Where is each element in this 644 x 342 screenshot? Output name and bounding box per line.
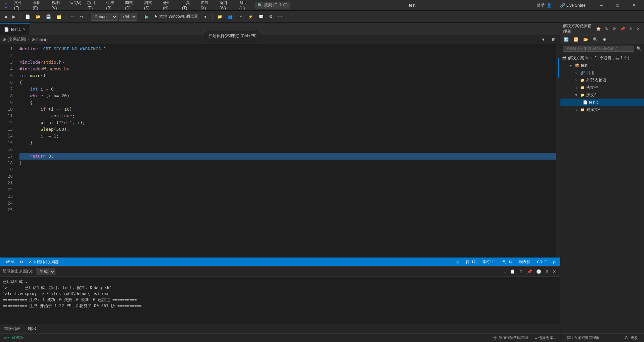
menu-test[interactable]: 测试(S) <box>141 0 159 12</box>
toolbar-save-all[interactable]: 🗂️ <box>54 13 63 20</box>
toolbar-back[interactable]: ◀ <box>2 13 9 20</box>
tab-output[interactable]: 输出 <box>24 325 40 334</box>
se-refresh-btn[interactable]: ↻ <box>604 26 610 32</box>
se-footer-tab-2[interactable]: Git 更改 <box>622 334 641 342</box>
status-scroll-right: ▷ <box>552 260 557 264</box>
se-btn-1[interactable]: 🔙 <box>562 36 571 43</box>
toolbar-undo[interactable]: ↩ <box>69 13 77 20</box>
output-line-3: ========== 生成: 1 成功，0 失败，0 最新，0 已跳过 ====… <box>3 297 557 303</box>
se-headers-item[interactable]: ▷ 📁 头文件 <box>560 84 644 91</box>
se-testc-expand <box>579 100 582 105</box>
menu-extensions[interactable]: 扩展(X) <box>198 0 216 12</box>
menu-window[interactable]: 窗口(W) <box>217 0 236 12</box>
se-ref-item[interactable]: ▷ 🔗 引用 <box>560 69 644 76</box>
platform-select[interactable]: x64 x86 <box>119 13 137 21</box>
status-settings-icon[interactable]: ⚙ <box>18 260 25 264</box>
code-editor[interactable]: #define _CRT_SECURE_NO_WARNINGS 1 #inclu… <box>17 44 556 258</box>
login-area[interactable]: 登录 👤 <box>534 2 554 8</box>
breadcrumb-function[interactable]: ⊕ main() <box>32 37 48 42</box>
editor-split-btn[interactable]: ⊞ <box>550 36 557 43</box>
toolbar-solution-explorer[interactable]: 📁 <box>215 13 224 20</box>
se-search-icon[interactable]: 🔍 <box>636 46 641 51</box>
maximize-button[interactable]: □ <box>610 0 625 11</box>
toolbar-settings[interactable]: ⚙ <box>267 13 275 20</box>
select-repo-btn[interactable]: ≡ 选择仓库... <box>534 335 557 340</box>
se-footer-tab-1[interactable]: 解决方案资源管理器 <box>563 334 603 342</box>
toolbar-redo[interactable]: ↪ <box>78 13 85 20</box>
se-btn-4[interactable]: 🔍 <box>591 36 600 43</box>
menu-debug[interactable]: 调试(D) <box>122 0 141 12</box>
menu-view[interactable]: 视图(V) <box>49 0 67 12</box>
minimize-button[interactable]: ─ <box>594 0 609 11</box>
panel-float-btn[interactable]: ⬆ <box>544 269 550 275</box>
tab-error-list[interactable]: 错误列表 <box>0 325 24 334</box>
se-btn-3[interactable]: 📂 <box>581 36 590 43</box>
menu-edit[interactable]: 编辑(E) <box>30 0 48 12</box>
run-dropdown[interactable]: ▼ <box>201 13 210 20</box>
menu-analyze[interactable]: 分析(N) <box>160 0 179 12</box>
breadcrumb-scope[interactable]: ⊕ (全局范围) › <box>3 37 29 42</box>
panel-wrap-btn[interactable]: ↕ <box>503 269 507 275</box>
menu-help[interactable]: 帮助(H) <box>237 0 255 12</box>
debug-config-select[interactable]: Debug Release <box>91 13 118 21</box>
toolbar-git[interactable]: ⎇ <box>236 13 245 20</box>
add-to-source-btn[interactable]: ➕ 添加到源代码管理 <box>492 335 530 340</box>
se-solution-item[interactable]: 🗃️ 解决方案 'test' (1 个项目，共 1 个) <box>560 54 644 62</box>
se-btn-5[interactable]: ⚙ <box>601 36 608 43</box>
menu-build[interactable]: 生成(B) <box>103 0 122 12</box>
title-search-box[interactable]: 🔍 搜索 (Ctrl+Q) <box>255 2 290 9</box>
editor-section: 📄 test.c ✕ ⊕ (全局范围) › ⊕ main() ▼ ⊞ 12345 <box>0 23 560 342</box>
status-col[interactable]: 列: 14 <box>501 260 514 265</box>
panel-copy-btn[interactable]: 📋 <box>509 269 516 275</box>
se-testc-item[interactable]: 📄 test.c <box>560 99 644 106</box>
menu-tools[interactable]: 工具(T) <box>179 0 197 12</box>
se-pin-btn[interactable]: 📌 <box>619 26 627 32</box>
tab-close-button[interactable]: ✕ <box>23 27 26 31</box>
toolbar-diagnostics[interactable]: ⚡ <box>246 13 255 20</box>
panel-close-btn[interactable]: ✕ <box>551 269 557 275</box>
se-external-item[interactable]: ▷ 📁 外部依赖项 <box>560 76 644 84</box>
panel-pin-btn[interactable]: 📌 <box>526 269 534 275</box>
se-project-item[interactable]: ▼ 📦 test <box>560 62 644 69</box>
se-resources-item[interactable]: ▷ 📁 资源文件 <box>560 106 644 113</box>
menu-file[interactable]: 文件(F) <box>11 0 29 12</box>
se-search-input[interactable] <box>563 46 634 52</box>
toolbar-save[interactable]: 💾 <box>44 13 53 20</box>
status-tab[interactable]: 制表符 <box>518 260 532 265</box>
login-label[interactable]: 登录 <box>537 2 545 8</box>
toolbar-forward[interactable]: ▶ <box>10 13 17 20</box>
menu-project[interactable]: 项目(P) <box>85 0 103 12</box>
tab-test-c[interactable]: 📄 test.c ✕ <box>0 23 30 35</box>
toolbar-new[interactable]: 📄 <box>23 13 32 20</box>
editor-collapse-btn[interactable]: ▼ <box>539 36 547 43</box>
live-share-button[interactable]: 🔗 Live Share <box>557 2 588 9</box>
toolbar-feedback[interactable]: 💬 <box>257 13 266 20</box>
toolbar-more[interactable]: ⋯ <box>276 13 284 20</box>
status-zoom[interactable]: 105 % <box>3 260 16 264</box>
close-button[interactable]: ✕ <box>626 0 641 11</box>
toolbar-open[interactable]: 📂 <box>34 13 43 20</box>
se-filter-btn[interactable]: ⚙ <box>611 26 617 32</box>
status-char[interactable]: 字符: 11 <box>481 260 497 265</box>
panel-clock-btn[interactable]: 🕐 <box>535 269 543 275</box>
run-debugger-button[interactable]: ▶ <box>143 12 151 21</box>
se-testc-label: test.c <box>589 100 599 105</box>
code-line-19 <box>19 166 556 173</box>
toolbar-team[interactable]: 👥 <box>226 13 235 20</box>
status-encoding[interactable]: CRLF <box>536 260 548 264</box>
se-home-btn[interactable]: 🏠 <box>595 26 602 32</box>
code-line-25 <box>19 207 556 213</box>
se-btn-2[interactable]: 🔁 <box>571 36 581 43</box>
status-no-problems[interactable]: ✔ 未找到相关问题 <box>27 260 60 265</box>
se-source-item[interactable]: ▼ 📁 源文件 <box>560 91 644 99</box>
run-label[interactable]: ▶ 本地 Windows 调试器 <box>152 13 200 20</box>
menu-git[interactable]: Git(G) <box>68 0 84 12</box>
se-res-icon: 📁 <box>580 107 585 112</box>
se-close-btn[interactable]: ✕ <box>635 26 641 32</box>
status-left: 105 % ⚙ ✔ 未找到相关问题 <box>3 260 60 265</box>
status-row[interactable]: 行: 17 <box>464 260 477 265</box>
panel-clear-btn[interactable]: 🗑 <box>518 269 524 275</box>
se-testc-icon: 📄 <box>583 100 588 105</box>
output-source-select[interactable]: 生成 <box>36 268 55 275</box>
se-float-btn[interactable]: ⬆ <box>628 26 634 32</box>
